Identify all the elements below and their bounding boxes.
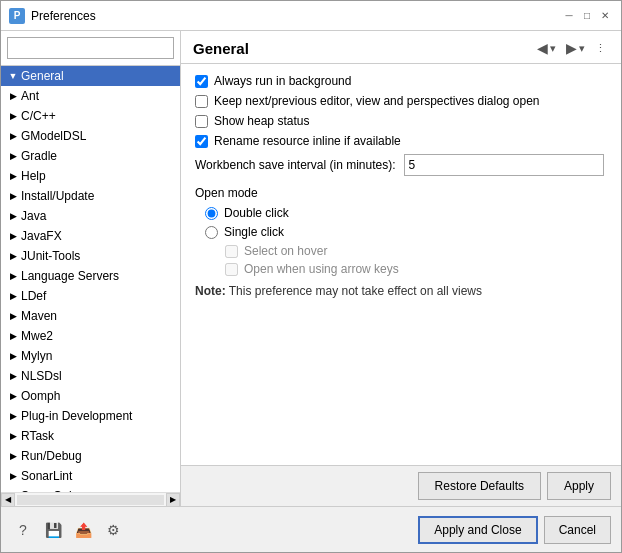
tree-item-install-update[interactable]: ▶Install/Update (1, 186, 180, 206)
tree-item-label: Maven (21, 309, 176, 323)
collapsed-arrow-icon: ▶ (5, 248, 21, 264)
maximize-button[interactable]: □ (579, 8, 595, 24)
open-arrow-keys-label: Open when using arrow keys (244, 262, 399, 276)
tree-scroll-bar: ◀ ▶ (1, 492, 180, 506)
open-mode-section: Open mode Double click Single click Sele… (195, 186, 607, 276)
right-panel: General ◀ ▾ ▶ ▾ ⋮ (181, 31, 621, 506)
select-on-hover-label: Select on hover (244, 244, 327, 258)
rename-resource-checkbox[interactable] (195, 135, 208, 148)
workbench-label: Workbench save interval (in minutes): (195, 158, 396, 172)
search-input[interactable] (7, 37, 174, 59)
collapsed-arrow-icon: ▶ (5, 128, 21, 144)
forward-dropdown-icon: ▾ (579, 42, 585, 55)
cancel-button[interactable]: Cancel (544, 516, 611, 544)
note-prefix: Note: (195, 284, 226, 298)
tree-item-general[interactable]: ▼General (1, 66, 180, 86)
tree-item-ant[interactable]: ▶Ant (1, 86, 180, 106)
tree-item-plug-in-development[interactable]: ▶Plug-in Development (1, 406, 180, 426)
collapsed-arrow-icon: ▶ (5, 268, 21, 284)
collapsed-arrow-icon: ▶ (5, 228, 21, 244)
radio-single-click: Single click (195, 225, 607, 239)
tree-item-label: JavaFX (21, 229, 176, 243)
window-bottom: ? 💾 📤 ⚙ Apply and Close Cancel (1, 506, 621, 552)
tree-item-junit-tools[interactable]: ▶JUnit-Tools (1, 246, 180, 266)
select-on-hover-checkbox[interactable] (225, 245, 238, 258)
tree-item-rtask[interactable]: ▶RTask (1, 426, 180, 446)
scroll-right-btn[interactable]: ▶ (166, 493, 180, 507)
show-heap-label[interactable]: Show heap status (214, 114, 309, 128)
workbench-interval-input[interactable] (404, 154, 604, 176)
open-mode-label: Open mode (195, 186, 607, 200)
forward-arrow-icon: ▶ (566, 40, 577, 56)
keep-next-prev-checkbox[interactable] (195, 95, 208, 108)
tree-item-oomph[interactable]: ▶Oomph (1, 386, 180, 406)
search-box (1, 31, 180, 66)
tree-item-gradle[interactable]: ▶Gradle (1, 146, 180, 166)
scroll-left-btn[interactable]: ◀ (1, 493, 15, 507)
option-always-run: Always run in background (195, 74, 607, 88)
nav-more-button[interactable]: ⋮ (592, 41, 609, 56)
export-icon[interactable]: 📤 (71, 518, 95, 542)
open-arrow-keys-checkbox[interactable] (225, 263, 238, 276)
save-icon[interactable]: 💾 (41, 518, 65, 542)
tree-item-nlsdsl[interactable]: ▶NLSDsl (1, 366, 180, 386)
settings-icon[interactable]: ⚙ (101, 518, 125, 542)
double-click-radio[interactable] (205, 207, 218, 220)
collapsed-arrow-icon: ▶ (5, 448, 21, 464)
window-icon: P (9, 8, 25, 24)
collapsed-arrow-icon: ▶ (5, 188, 21, 204)
tree-item-label: NLSDsl (21, 369, 176, 383)
back-arrow-icon: ◀ (537, 40, 548, 56)
tree-item-run-debug[interactable]: ▶Run/Debug (1, 446, 180, 466)
tree-item-label: Install/Update (21, 189, 176, 203)
tree-item-mylyn[interactable]: ▶Mylyn (1, 346, 180, 366)
note-text: Note: This preference may not take effec… (195, 284, 607, 298)
tree-item-sonarlint[interactable]: ▶SonarLint (1, 466, 180, 486)
bottom-buttons: Apply and Close Cancel (418, 516, 611, 544)
window-controls: ─ □ ✕ (561, 8, 613, 24)
apply-close-button[interactable]: Apply and Close (418, 516, 537, 544)
tree-item-mwe2[interactable]: ▶Mwe2 (1, 326, 180, 346)
back-dropdown-icon: ▾ (550, 42, 556, 55)
nav-back-button[interactable]: ◀ ▾ (534, 39, 559, 57)
tree-item-gmodeldsl[interactable]: ▶GModelDSL (1, 126, 180, 146)
collapsed-arrow-icon: ▶ (5, 468, 21, 484)
always-run-checkbox[interactable] (195, 75, 208, 88)
tree-item-language-servers[interactable]: ▶Language Servers (1, 266, 180, 286)
content-area: ▼General▶Ant▶C/C++▶GModelDSL▶Gradle▶Help… (1, 31, 621, 506)
right-header: General ◀ ▾ ▶ ▾ ⋮ (181, 31, 621, 64)
keep-next-prev-label[interactable]: Keep next/previous editor, view and pers… (214, 94, 540, 108)
tree-item-java[interactable]: ▶Java (1, 206, 180, 226)
right-bottom-buttons: Restore Defaults Apply (181, 465, 621, 506)
left-panel: ▼General▶Ant▶C/C++▶GModelDSL▶Gradle▶Help… (1, 31, 181, 506)
show-heap-checkbox[interactable] (195, 115, 208, 128)
close-button[interactable]: ✕ (597, 8, 613, 24)
help-icon[interactable]: ? (11, 518, 35, 542)
tree-item-help[interactable]: ▶Help (1, 166, 180, 186)
tree-item-label: Oomph (21, 389, 176, 403)
tree-item-label: Ant (21, 89, 176, 103)
tree-item-label: JUnit-Tools (21, 249, 176, 263)
double-click-label[interactable]: Double click (224, 206, 289, 220)
tree-item-label: Language Servers (21, 269, 176, 283)
minimize-button[interactable]: ─ (561, 8, 577, 24)
collapsed-arrow-icon: ▶ (5, 328, 21, 344)
restore-defaults-button[interactable]: Restore Defaults (418, 472, 541, 500)
tree-item-ldef[interactable]: ▶LDef (1, 286, 180, 306)
tree-item-cpp[interactable]: ▶C/C++ (1, 106, 180, 126)
tree-item-label: Help (21, 169, 176, 183)
apply-button[interactable]: Apply (547, 472, 611, 500)
nav-forward-button[interactable]: ▶ ▾ (563, 39, 588, 57)
tree-item-label: GModelDSL (21, 129, 176, 143)
rename-resource-label[interactable]: Rename resource inline if available (214, 134, 401, 148)
tree-item-maven[interactable]: ▶Maven (1, 306, 180, 326)
collapsed-arrow-icon: ▶ (5, 148, 21, 164)
single-click-radio[interactable] (205, 226, 218, 239)
collapsed-arrow-icon: ▶ (5, 168, 21, 184)
always-run-label[interactable]: Always run in background (214, 74, 351, 88)
tree-item-javafx[interactable]: ▶JavaFX (1, 226, 180, 246)
tree-item-label: SonarLint (21, 469, 176, 483)
collapsed-arrow-icon: ▶ (5, 208, 21, 224)
title-bar: P Preferences ─ □ ✕ (1, 1, 621, 31)
single-click-label[interactable]: Single click (224, 225, 284, 239)
